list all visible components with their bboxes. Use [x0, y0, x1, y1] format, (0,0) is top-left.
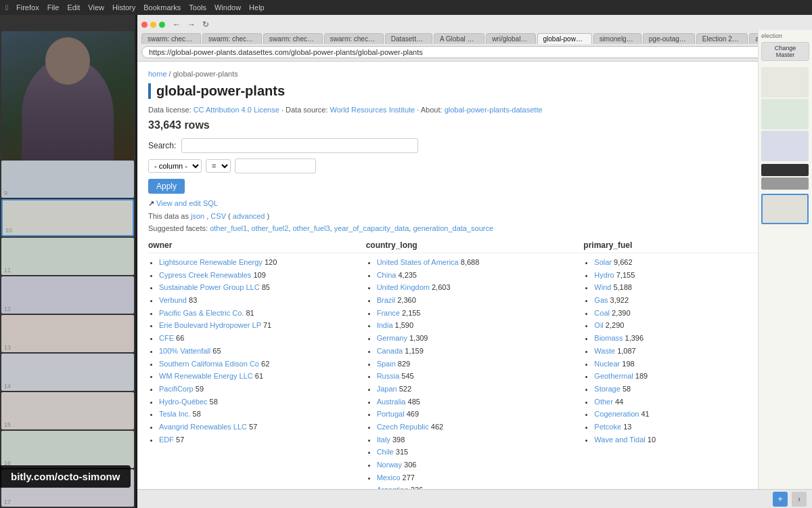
country-australia[interactable]: Australia — [377, 398, 406, 406]
tab-pge[interactable]: pge-outages...× — [643, 33, 695, 44]
fuel-solar[interactable]: Solar — [594, 258, 612, 266]
facet-other-fuel2[interactable]: other_fuel2 — [251, 224, 288, 232]
search-input[interactable] — [181, 138, 418, 153]
country-italy[interactable]: Italy — [377, 436, 390, 444]
apply-button[interactable]: Apply — [148, 179, 185, 194]
fuel-petcoke[interactable]: Petcoke — [594, 423, 621, 431]
fuel-hydro[interactable]: Hydro — [594, 271, 614, 279]
menu-history[interactable]: History — [112, 3, 135, 12]
fuel-geothermal[interactable]: Geothermal — [594, 372, 633, 380]
country-france[interactable]: France — [377, 309, 400, 317]
owner-cfe[interactable]: CFE — [159, 334, 174, 342]
country-canada[interactable]: Canada — [377, 347, 403, 355]
slide-thumb-14[interactable]: 14 — [1, 354, 134, 391]
owner-tesla[interactable]: Tesla Inc. — [159, 410, 190, 418]
country-brazil[interactable]: Brazil — [377, 296, 396, 304]
menu-edit[interactable]: Edit — [67, 3, 80, 12]
menu-view[interactable]: View — [88, 3, 104, 12]
right-panel-thumb-2[interactable] — [761, 99, 809, 129]
owner-pacificorp[interactable]: PacifiCorp — [159, 385, 194, 393]
fuel-storage[interactable]: Storage — [594, 385, 621, 393]
view-sql-link[interactable]: View and edit SQL — [156, 199, 218, 207]
plus-button[interactable]: + — [773, 492, 788, 507]
tab-simonelge[interactable]: simonelge/...× — [593, 33, 641, 44]
country-china[interactable]: China — [377, 271, 397, 279]
menu-tools[interactable]: Tools — [189, 3, 206, 12]
right-panel-thumb-1[interactable] — [761, 67, 809, 98]
menu-help[interactable]: Help — [249, 3, 265, 12]
facet-other-fuel3[interactable]: other_fuel3 — [292, 224, 330, 232]
slide-thumb-9[interactable]: 9 — [1, 161, 134, 198]
slide-thumb-10[interactable]: 10 — [1, 199, 134, 236]
slide-thumb-11[interactable]: 11 — [1, 238, 134, 275]
menu-bookmarks[interactable]: Bookmarks — [143, 3, 181, 12]
menu-window[interactable]: Window — [215, 3, 241, 12]
owner-cypress[interactable]: Cypress Creek Renewables — [159, 271, 251, 279]
back-button[interactable]: ← — [171, 19, 183, 30]
slide-thumb-16[interactable]: 16 — [1, 431, 134, 468]
country-germany[interactable]: Germany — [377, 334, 407, 342]
owner-avangrid[interactable]: Avangrid Renewables LLC — [159, 423, 247, 431]
owner-vattenfall[interactable]: 100% Vattenfall — [159, 347, 210, 355]
format-advanced-link[interactable]: advanced — [233, 212, 265, 220]
operator-select[interactable]: = — [206, 159, 231, 173]
menu-apple[interactable]:  — [5, 3, 8, 12]
fuel-gas[interactable]: Gas — [594, 296, 608, 304]
facet-generation[interactable]: generation_data_source — [413, 224, 493, 232]
country-india[interactable]: India — [377, 321, 393, 329]
next-arrow-button[interactable]: › — [792, 492, 807, 507]
close-button[interactable] — [141, 22, 148, 28]
country-mexico[interactable]: Mexico — [377, 473, 401, 482]
country-czech[interactable]: Czech Republic — [377, 423, 429, 431]
minimize-button[interactable] — [150, 22, 156, 28]
format-json-link[interactable]: json — [191, 212, 204, 220]
menu-file[interactable]: File — [47, 3, 60, 12]
about-link[interactable]: global-power-plants-datasette — [445, 106, 543, 114]
fuel-nuclear[interactable]: Nuclear — [594, 360, 620, 368]
facet-year[interactable]: year_of_capacity_data — [334, 224, 409, 232]
slide-thumb-12[interactable]: 12 — [1, 276, 134, 314]
tab-swarm3[interactable]: swarm: checkin...× — [263, 33, 323, 44]
license-link[interactable]: CC Attribution 4.0 License — [194, 106, 279, 114]
owner-pacific[interactable]: Pacific Gas & Electric Co. — [159, 309, 244, 317]
country-chile[interactable]: Chile — [377, 448, 394, 456]
country-russia[interactable]: Russia — [377, 372, 400, 380]
owner-sustainable[interactable]: Sustainable Power Group LLC — [159, 283, 260, 291]
tab-election[interactable]: Election 201...× — [696, 33, 748, 44]
fuel-wind[interactable]: Wind — [594, 283, 611, 291]
reload-button[interactable]: ↻ — [200, 19, 211, 30]
column-select[interactable]: - column - — [148, 159, 202, 173]
tab-datasette[interactable]: Datasette —× — [385, 33, 432, 44]
country-usa[interactable]: United States of America — [377, 258, 459, 266]
owner-wm[interactable]: WM Renewable Energy LLC — [159, 372, 253, 380]
fuel-cogeneration[interactable]: Cogeneration — [594, 410, 639, 418]
tab-global-da[interactable]: A Global Da...× — [434, 33, 484, 44]
forward-button[interactable]: → — [185, 19, 198, 30]
owner-edf[interactable]: EDF — [159, 436, 174, 444]
tab-swarm1[interactable]: swarm: checkin...× — [141, 33, 201, 44]
country-spain[interactable]: Spain — [377, 360, 396, 368]
fuel-oil[interactable]: Oil — [594, 321, 603, 329]
tab-swarm4[interactable]: swarm: checkin...× — [324, 33, 384, 44]
owner-southern[interactable]: Southern California Edison Co — [159, 360, 259, 368]
filter-value-input[interactable] — [235, 158, 316, 173]
fuel-other[interactable]: Other — [594, 398, 613, 406]
facet-other-fuel1[interactable]: other_fuel1 — [210, 224, 247, 232]
country-uk[interactable]: United Kingdom — [377, 283, 430, 291]
datasource-link[interactable]: World Resources Institute — [330, 106, 415, 114]
maximize-button[interactable] — [159, 22, 165, 28]
tab-global-power[interactable]: global-power-...× — [537, 33, 592, 44]
fuel-coal[interactable]: Coal — [594, 309, 610, 317]
fuel-biomass[interactable]: Biomass — [594, 334, 623, 342]
address-bar[interactable]: https://global-power-plants.datasettes.c… — [141, 46, 781, 58]
fuel-wave[interactable]: Wave and Tidal — [594, 436, 645, 444]
tab-swarm2[interactable]: swarm: checkin...× — [202, 33, 262, 44]
owner-hydroquebec[interactable]: Hydro-Québec — [159, 398, 208, 406]
country-norway[interactable]: Norway — [377, 461, 402, 469]
country-portugal[interactable]: Portugal — [377, 410, 405, 418]
owner-erie[interactable]: Erie Boulevard Hydropower LP — [159, 321, 261, 329]
right-panel-thumb-3[interactable] — [761, 131, 809, 161]
breadcrumb-home[interactable]: home — [148, 70, 167, 78]
tab-wri[interactable]: wri/global-p...× — [486, 33, 535, 44]
owner-lightsource[interactable]: Lightsource Renewable Energy — [159, 258, 263, 266]
